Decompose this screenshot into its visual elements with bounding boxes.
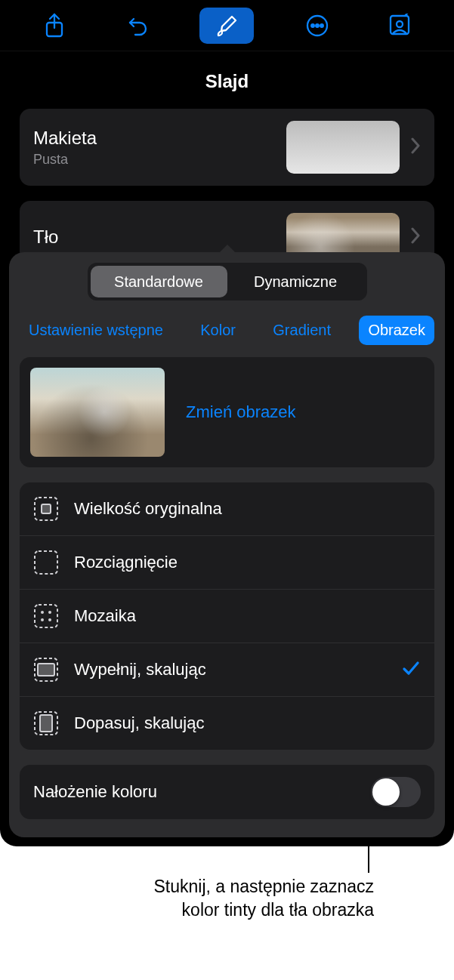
- svg-point-2: [311, 24, 314, 27]
- present-icon: [388, 14, 411, 38]
- category-preset[interactable]: Ustawienie wstępne: [20, 316, 172, 345]
- more-icon: [305, 14, 329, 38]
- scale-fill-icon: [33, 657, 59, 683]
- more-button[interactable]: [298, 7, 336, 45]
- option-label: Rozciągnięcie: [74, 553, 421, 572]
- tile-icon: [33, 603, 59, 629]
- option-scale-fill[interactable]: Wypełnij, skalując: [20, 643, 434, 696]
- svg-rect-15: [38, 664, 54, 676]
- svg-rect-8: [35, 551, 57, 574]
- option-tile[interactable]: Mozaika: [20, 589, 434, 643]
- option-label: Mozaika: [74, 606, 421, 626]
- background-popover: Standardowe Dynamiczne Ustawienie wstępn…: [9, 252, 445, 837]
- option-label: Wypełnij, skalując: [74, 660, 386, 680]
- page-title: Slajd: [205, 71, 249, 91]
- layout-row[interactable]: Makieta Pusta: [20, 109, 434, 186]
- switch-knob: [372, 778, 400, 806]
- color-overlay-switch[interactable]: [371, 777, 421, 807]
- original-size-icon: [33, 496, 59, 522]
- layout-panel: Makieta Pusta: [20, 109, 434, 186]
- page-title-row: Slajd: [0, 51, 454, 109]
- segment-dynamic[interactable]: Dynamiczne: [227, 266, 364, 297]
- svg-point-13: [48, 618, 51, 621]
- stretch-icon: [33, 550, 59, 575]
- format-button[interactable]: [199, 8, 254, 44]
- presenter-button[interactable]: [381, 7, 418, 45]
- option-scale-fit[interactable]: Dopasuj, skalując: [20, 696, 434, 750]
- layout-text-group: Makieta Pusta: [33, 128, 286, 168]
- svg-point-3: [316, 24, 319, 27]
- segmented-control: Standardowe Dynamiczne: [88, 263, 367, 300]
- svg-point-12: [41, 618, 44, 621]
- callout-text: Stuknij, a następnie zaznacz kolor tinty…: [151, 875, 374, 922]
- check-icon: [401, 658, 421, 681]
- category-image[interactable]: Obrazek: [359, 316, 434, 345]
- category-row: Ustawienie wstępne Kolor Gradient Obraze…: [20, 313, 434, 357]
- background-label: Tło: [33, 227, 286, 248]
- share-icon: [44, 13, 65, 39]
- undo-icon: [125, 14, 149, 38]
- device-frame: Slajd Makieta Pusta Tło Standardowe: [0, 0, 454, 846]
- image-preview: [30, 368, 165, 457]
- layout-label: Makieta: [33, 128, 286, 149]
- category-gradient[interactable]: Gradient: [264, 316, 340, 345]
- color-overlay-row: Nałożenie koloru: [20, 765, 434, 819]
- change-image-link[interactable]: Zmień obrazek: [186, 402, 296, 422]
- popover-pointer: [217, 245, 238, 255]
- fill-options-list: Wielkość oryginalna Rozciągnięcie Mozaik…: [20, 482, 434, 750]
- scale-fit-icon: [33, 710, 59, 736]
- layout-preview-swatch: [286, 121, 400, 174]
- color-overlay-label: Nałożenie koloru: [33, 782, 371, 802]
- option-original-size[interactable]: Wielkość oryginalna: [20, 482, 434, 535]
- top-toolbar: [0, 0, 454, 51]
- svg-point-4: [320, 24, 323, 27]
- svg-point-10: [41, 611, 44, 614]
- undo-button[interactable]: [118, 7, 156, 45]
- share-button[interactable]: [36, 7, 73, 45]
- svg-rect-7: [42, 504, 51, 513]
- brush-icon: [215, 14, 238, 37]
- option-label: Wielkość oryginalna: [74, 499, 421, 519]
- chevron-right-icon: [410, 227, 421, 247]
- svg-rect-9: [35, 605, 57, 627]
- segment-standard[interactable]: Standardowe: [91, 266, 227, 297]
- svg-point-5: [397, 21, 403, 27]
- svg-point-11: [48, 611, 51, 614]
- option-label: Dopasuj, skalując: [74, 713, 421, 733]
- image-card: Zmień obrazek: [20, 357, 434, 467]
- option-stretch[interactable]: Rozciągnięcie: [20, 535, 434, 589]
- chevron-right-icon: [410, 137, 421, 157]
- category-color[interactable]: Kolor: [191, 316, 245, 345]
- layout-subtitle: Pusta: [33, 152, 286, 168]
- svg-rect-17: [40, 715, 52, 732]
